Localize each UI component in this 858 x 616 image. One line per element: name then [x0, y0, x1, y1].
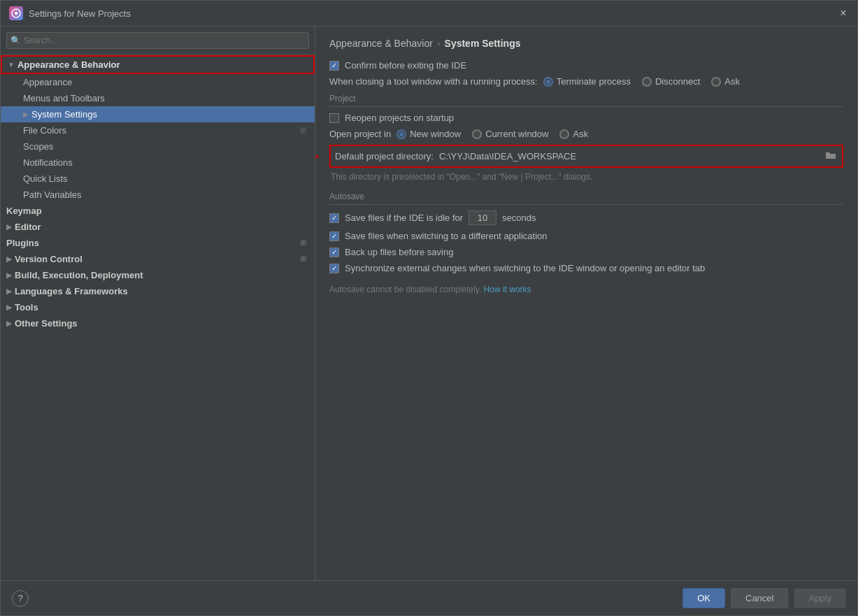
tree-area: ▼ Appearance & Behavior Appearance Menus… — [1, 55, 315, 580]
sidebar-item-keymap[interactable]: Keymap — [1, 203, 315, 219]
vc-chevron-icon: ▶ — [6, 255, 12, 263]
sidebar-item-appearance-behavior[interactable]: ▼ Appearance & Behavior — [1, 55, 315, 74]
chevron-right-icon: ▶ — [6, 223, 12, 231]
disconnect-option[interactable]: Disconnect — [642, 76, 700, 87]
sidebar-item-file-colors[interactable]: File Colors ⊞ — [1, 122, 315, 138]
sidebar-item-version-control[interactable]: ▶ Version Control ⊞ — [1, 251, 315, 267]
sidebar-item-languages-frameworks[interactable]: ▶ Languages & Frameworks — [1, 283, 315, 299]
sync-row: Synchronize external changes when switch… — [329, 263, 843, 273]
process-row: When closing a tool window with a runnin… — [329, 76, 843, 87]
sidebar-item-plugins[interactable]: Plugins ⊞ — [1, 235, 315, 251]
sidebar-item-tools[interactable]: ▶ Tools — [1, 299, 315, 315]
bottom-bar: ? OK Cancel Apply — [1, 580, 857, 615]
save-switch-checkbox[interactable] — [329, 231, 339, 241]
sidebar: 🔍 ▼ Appearance & Behavior Appearance Men… — [1, 27, 315, 580]
title-bar: Settings for New Projects × — [1, 1, 857, 27]
settings-dialog: Settings for New Projects × 🔍 ▼ Appearan… — [0, 0, 858, 616]
open-project-radio-group: New window Current window Ask — [396, 129, 588, 139]
idle-seconds-input[interactable] — [469, 210, 496, 225]
sidebar-item-build-execution[interactable]: ▶ Build, Execution, Deployment — [1, 267, 315, 283]
sidebar-item-appearance[interactable]: Appearance — [1, 74, 315, 90]
chevron-down-icon: ▼ — [8, 61, 15, 69]
app-icon — [9, 6, 23, 20]
reopen-row: Reopen projects on startup — [329, 113, 843, 123]
close-button[interactable]: × — [838, 8, 849, 19]
vc-icon: ⊞ — [300, 255, 306, 264]
lang-chevron-icon: ▶ — [6, 287, 12, 295]
sidebar-item-other-settings[interactable]: ▶ Other Settings — [1, 315, 315, 331]
ask-open-radio[interactable] — [559, 129, 569, 139]
new-window-radio[interactable] — [396, 129, 406, 139]
sync-checkbox[interactable] — [329, 264, 339, 273]
reopen-checkbox[interactable] — [329, 113, 339, 123]
cancel-button[interactable]: Cancel — [731, 588, 788, 608]
confirm-exit-row: Confirm before exiting the IDE — [329, 60, 843, 71]
sidebar-item-editor[interactable]: ▶ Editor — [1, 219, 315, 235]
ask-open-option[interactable]: Ask — [559, 129, 588, 139]
sidebar-item-scopes[interactable]: Scopes — [1, 138, 315, 155]
confirm-exit-checkbox[interactable] — [329, 61, 339, 71]
save-switch-row: Save files when switching to a different… — [329, 231, 843, 241]
how-it-works-link[interactable]: How it works — [484, 285, 531, 294]
save-idle-checkbox[interactable] — [329, 213, 339, 223]
search-box: 🔍 — [1, 27, 315, 55]
new-window-option[interactable]: New window — [396, 129, 461, 139]
action-buttons: OK Cancel Apply — [682, 588, 846, 608]
autosave-note: Autosave cannot be disabled completely. … — [329, 285, 843, 294]
backup-checkbox[interactable] — [329, 248, 339, 257]
sidebar-item-notifications[interactable]: Notifications — [1, 155, 315, 171]
file-colors-icon: ⊞ — [300, 126, 306, 135]
help-button[interactable]: ? — [12, 590, 29, 607]
breadcrumb-current: System Settings — [445, 38, 521, 49]
build-chevron-icon: ▶ — [6, 271, 12, 279]
apply-button[interactable]: Apply — [794, 588, 846, 608]
expand-icon: ▶ — [23, 110, 29, 118]
terminate-option[interactable]: Terminate process — [543, 76, 631, 87]
terminate-radio[interactable] — [543, 77, 553, 87]
current-window-option[interactable]: Current window — [472, 129, 548, 139]
plugins-icon: ⊞ — [300, 238, 306, 248]
sidebar-item-menus-toolbars[interactable]: Menus and Toolbars — [1, 90, 315, 106]
open-project-row: Open project in New window Current windo… — [329, 129, 843, 139]
dialog-title: Settings for New Projects — [29, 8, 131, 19]
main-content: Appearance & Behavior › System Settings … — [315, 27, 857, 580]
disconnect-radio[interactable] — [642, 77, 652, 87]
search-icon: 🔍 — [10, 36, 21, 45]
current-window-radio[interactable] — [472, 129, 482, 139]
directory-input[interactable] — [439, 151, 818, 162]
save-idle-row: Save files if the IDE is idle for second… — [329, 210, 843, 225]
process-radio-group: Terminate process Disconnect Ask — [543, 76, 740, 87]
breadcrumb-separator: › — [437, 38, 441, 49]
annotation-arrow — [315, 143, 326, 171]
project-section: Project Reopen projects on startup Open … — [329, 94, 843, 182]
browse-folder-button[interactable] — [824, 149, 838, 164]
tools-chevron-icon: ▶ — [6, 303, 12, 311]
other-chevron-icon: ▶ — [6, 320, 12, 327]
backup-row: Back up files before saving — [329, 247, 843, 257]
content-area: 🔍 ▼ Appearance & Behavior Appearance Men… — [1, 27, 857, 580]
directory-container: Default project directory: — [329, 145, 843, 168]
directory-hint: This directory is preselected in "Open..… — [329, 172, 843, 182]
directory-row: Default project directory: — [329, 145, 843, 168]
breadcrumb: Appearance & Behavior › System Settings — [329, 38, 843, 49]
sidebar-item-path-variables[interactable]: Path Variables — [1, 187, 315, 203]
sidebar-item-system-settings[interactable]: ▶ System Settings — [1, 106, 315, 122]
ok-button[interactable]: OK — [682, 588, 725, 608]
ask-process-option[interactable]: Ask — [711, 76, 740, 87]
sidebar-item-quick-lists[interactable]: Quick Lists — [1, 171, 315, 187]
search-input[interactable] — [6, 32, 309, 49]
ask-process-radio[interactable] — [711, 77, 721, 87]
autosave-section: Autosave Save files if the IDE is idle f… — [329, 192, 843, 294]
